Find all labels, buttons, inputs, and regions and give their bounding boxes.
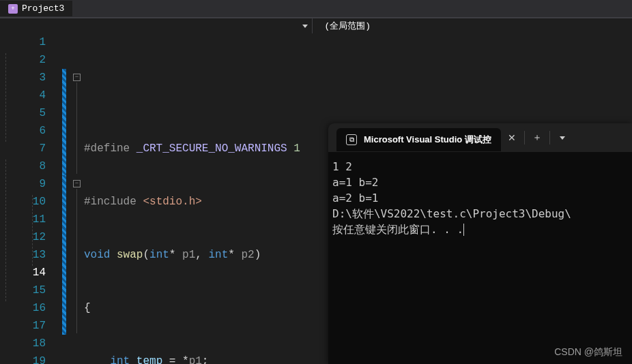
tab-bar: + Project3	[0, 0, 632, 18]
change-indicator	[58, 33, 72, 364]
close-tab-button[interactable]: ✕	[501, 127, 523, 149]
terminal-tab[interactable]: ⧉ Microsoft Visual Studio 调试控	[336, 128, 501, 151]
scope-dropdown-right[interactable]: (全局范围)	[313, 18, 633, 33]
navigation-bar: (全局范围)	[0, 18, 632, 33]
fold-toggle-icon[interactable]: −	[73, 74, 81, 81]
new-tab-button[interactable]: ＋	[526, 127, 548, 149]
divider	[524, 131, 525, 145]
file-tab-label: Project3	[22, 3, 64, 14]
terminal-titlebar[interactable]: ⧉ Microsoft Visual Studio 调试控 ✕ ＋	[328, 123, 632, 152]
divider	[549, 131, 550, 145]
chevron-down-icon	[560, 136, 565, 140]
tab-dropdown-button[interactable]	[551, 127, 573, 149]
watermark: CSDN @鸽斯坦	[554, 346, 622, 359]
terminal-window[interactable]: ⧉ Microsoft Visual Studio 调试控 ✕ ＋ 1 2 a=…	[328, 123, 632, 364]
chevron-down-icon	[302, 25, 308, 28]
file-tab[interactable]: + Project3	[0, 1, 72, 16]
vs-debug-icon: ⧉	[346, 134, 357, 145]
terminal-tab-title: Microsoft Visual Studio 调试控	[364, 134, 491, 146]
scope-dropdown-left[interactable]	[0, 18, 313, 33]
line-number-gutter: 1 2 3 4 5 6 7 8 9 10 11 12 13 14 15 16 1…	[0, 33, 58, 364]
cursor-icon	[463, 224, 464, 236]
terminal-output[interactable]: 1 2 a=1 b=2 a=2 b=1 D:\软件\VS2022\test.c\…	[328, 152, 632, 244]
cpp-file-icon: +	[8, 4, 18, 14]
fold-toggle-icon[interactable]: −	[73, 180, 81, 187]
scope-label: (全局范围)	[325, 20, 371, 32]
fold-gutter: − −	[72, 33, 84, 364]
